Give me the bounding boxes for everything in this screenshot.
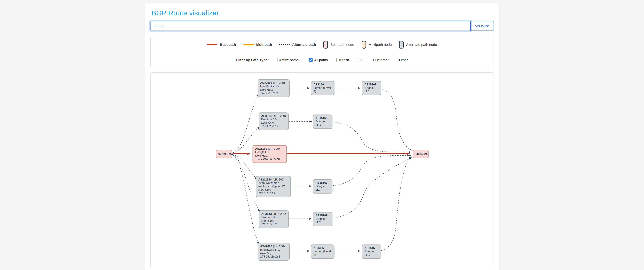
node-line-asn: AS35133(LP: 200): [262, 212, 286, 216]
filter-option-customer[interactable]: Customer: [368, 58, 388, 62]
source-node-router1[interactable]: router1.dtc: [216, 150, 232, 158]
filter-option-label[interactable]: Active paths: [279, 58, 298, 62]
node-line-org: Lumen (Level 3): [314, 86, 332, 93]
alternate-path-node-swatch: [399, 41, 404, 48]
node-line-asn: AS3356: [314, 83, 332, 86]
legend-item-alternate-path-node: Alternate path node: [399, 41, 437, 48]
legend-item-multipath-node: Multipath node: [362, 41, 392, 48]
as-node-15169-path6[interactable]: AS15169 Google LLC: [362, 244, 381, 259]
alternate-path-edge: [232, 156, 258, 244]
legend-item-best-path: Best path: [207, 43, 236, 47]
legend-label: Best path node: [330, 43, 354, 47]
alternate-path-edge: [289, 121, 312, 122]
route-input[interactable]: [150, 21, 470, 31]
as-node-211588-path4[interactable]: AS211588(LP: 200) Yvan Watchman trading …: [256, 176, 291, 197]
node-line-asn: AS42093(LP: 200): [260, 81, 287, 85]
filter-option-transit[interactable]: Transit: [333, 58, 349, 62]
filter-option-active-paths[interactable]: Active paths: [274, 58, 298, 62]
legend-label: Alternate path: [292, 43, 316, 47]
filter-option-label[interactable]: All paths: [314, 58, 328, 62]
legend-label: Best path: [220, 43, 236, 47]
alternate-path-edge: [232, 94, 258, 152]
alternate-path-line-swatch: [279, 44, 290, 45]
legend-label: Multipath: [256, 43, 272, 47]
node-line-asn: AS15169: [364, 83, 379, 86]
legend-item-best-path-node: Best path node: [323, 41, 354, 48]
as-node-42093-path1[interactable]: AS42093(LP: 200) InterRacks B.V. Next Ho…: [258, 79, 290, 97]
node-line-asn: AS15169: [316, 116, 330, 120]
node-line-org: Google LLC: [364, 250, 379, 257]
node-line-asn: AS35133(LP: 200): [261, 114, 286, 118]
node-line-asn: AS15169(LP: 300): [255, 147, 284, 151]
transit-checkbox[interactable]: [333, 58, 336, 62]
other-checkbox[interactable]: [394, 58, 398, 62]
as-node-35133-path2[interactable]: AS35133(LP: 200) Eranium B.V. Next Hop: …: [258, 112, 288, 130]
route-graph-edges: [151, 73, 494, 268]
alternate-path-edge: [381, 89, 412, 151]
best-path-line-swatch: [207, 44, 218, 45]
app-card: BGP Route visualizer Visualize Best path…: [145, 3, 499, 270]
route-graph: router1.dtc AS42093(LP: 200) InterRacks …: [151, 73, 494, 268]
node-label: 8.8.8.0/24: [415, 152, 428, 156]
legend: Best path Multipath Alternate path Best …: [151, 36, 494, 53]
filter-label: Filter by Path Type:: [236, 58, 269, 62]
node-line-nexthop: Next Hop: 178.251.29.168: [260, 252, 287, 259]
alternate-path-edge: [381, 157, 412, 251]
node-line-org: Lumen (Level 3): [314, 250, 332, 257]
filter-option-all-paths[interactable]: All paths: [309, 58, 328, 62]
node-line-asn: AS42093(LP: 200): [260, 245, 287, 248]
node-line-nexthop: Next Hop: 178.251.29.166: [260, 88, 287, 95]
node-line-org: Google LLC: [316, 217, 330, 224]
filter-bar: Filter by Path Type: Active paths All pa…: [151, 53, 494, 68]
destination-node-prefix[interactable]: 8.8.8.0/24: [412, 150, 429, 158]
filter-option-label[interactable]: Transit: [338, 58, 349, 62]
bgp-graph-panel: router1.dtc AS42093(LP: 200) InterRacks …: [150, 72, 494, 268]
node-line-asn: AS15169: [316, 214, 330, 217]
node-line-nexthop: Next Hop: 185.1.240.35: [261, 121, 286, 128]
alternate-path-edge: [332, 158, 411, 218]
node-line-nexthop: Next Hop: 185.1.240.36: [262, 219, 286, 226]
filter-option-label[interactable]: Customer: [373, 58, 388, 62]
filter-separator: [304, 57, 304, 63]
as-node-15169-path5[interactable]: AS15169 Google LLC: [313, 212, 332, 226]
as-node-3356-path1[interactable]: AS3356 Lumen (Level 3): [311, 81, 334, 95]
filter-option-other[interactable]: Other: [394, 58, 408, 62]
multipath-line-swatch: [244, 44, 254, 45]
node-line-asn: AS15169: [316, 181, 330, 185]
as-node-3356-path6[interactable]: AS3356 Lumen (Level 3): [311, 244, 334, 259]
filter-option-ix[interactable]: IX: [354, 58, 363, 62]
node-line-org: Google LLC: [364, 86, 379, 93]
customer-checkbox[interactable]: [368, 58, 372, 62]
as-node-15169-path1[interactable]: AS15169 Google LLC: [362, 81, 381, 95]
ix-checkbox[interactable]: [354, 58, 358, 62]
multipath-node-swatch: [362, 41, 366, 48]
page-title: BGP Route visualizer: [152, 9, 494, 17]
best-path-node-swatch: [323, 41, 328, 48]
node-line-org: Google LLC: [316, 185, 330, 192]
search-bar: Visualize: [150, 21, 494, 31]
node-line-asn: AS3356: [314, 247, 332, 250]
filter-option-label[interactable]: IX: [360, 58, 363, 62]
filter-option-label[interactable]: Other: [399, 58, 408, 62]
node-line-org: Google LLC: [316, 120, 330, 127]
as-node-35133-path5[interactable]: AS35133(LP: 200) Eranium B.V. Next Hop: …: [259, 210, 289, 228]
as-node-15169-best[interactable]: AS15169(LP: 300) Google LLC Next Hop: 18…: [252, 145, 287, 163]
as-node-15169-path2[interactable]: AS15169 Google LLC: [313, 114, 332, 129]
legend-filter-panel: Best path Multipath Alternate path Best …: [150, 36, 494, 68]
all-paths-checkbox[interactable]: [309, 58, 312, 62]
alternate-path-edge: [332, 155, 411, 186]
node-line-nexthop: Next Hop: 185.1.240.84: [258, 188, 288, 195]
node-line-org: Eranium B.V.: [262, 216, 286, 219]
legend-item-alternate-path: Alternate path: [279, 43, 316, 47]
as-node-15169-path4[interactable]: AS15169 Google LLC: [313, 179, 332, 194]
legend-label: Alternate path node: [406, 43, 437, 47]
node-line-asn: AS211588(LP: 200): [258, 178, 288, 181]
node-label: router1.dtc: [218, 152, 233, 156]
legend-label: Multipath node: [368, 43, 392, 47]
node-line-org: InterRacks B.V.: [260, 85, 287, 88]
as-node-42093-path6[interactable]: AS42093(LP: 200) InterRacks B.V. Next Ho…: [258, 243, 290, 261]
active-paths-checkbox[interactable]: [274, 58, 278, 62]
node-line-asn: AS15169: [364, 247, 379, 250]
visualize-button[interactable]: Visualize: [470, 21, 494, 31]
node-line-org: InterRacks B.V.: [260, 248, 287, 252]
